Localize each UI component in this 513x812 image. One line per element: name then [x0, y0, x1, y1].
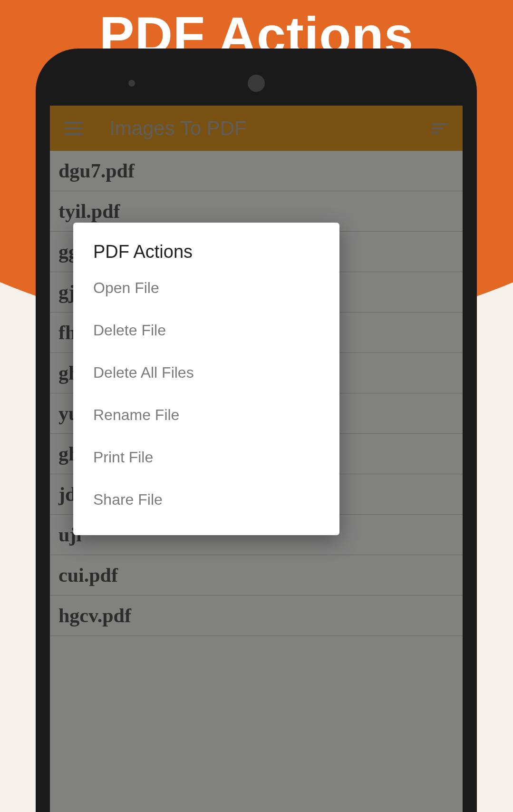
action-print-file[interactable]: Print File — [73, 436, 339, 479]
action-open-file[interactable]: Open File — [73, 267, 339, 309]
action-rename-file[interactable]: Rename File — [73, 394, 339, 436]
speaker-dot — [248, 75, 265, 92]
sensor-dot — [128, 80, 135, 87]
action-delete-all-files[interactable]: Delete All Files — [73, 352, 339, 394]
action-share-file[interactable]: Share File — [73, 479, 339, 521]
dialog-title: PDF Actions — [73, 242, 339, 267]
pdf-actions-dialog: PDF Actions Open File Delete File Delete… — [73, 223, 339, 535]
action-delete-file[interactable]: Delete File — [73, 309, 339, 352]
